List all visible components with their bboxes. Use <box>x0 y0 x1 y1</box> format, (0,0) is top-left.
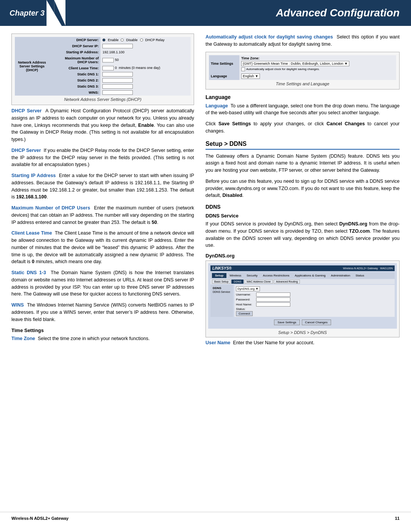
right-column: Automatically adjust clock for daylight … <box>206 34 400 350</box>
auto-adjust-row: Automatically adjust clock for daylight … <box>241 67 394 71</box>
tzo-bold: TZO.com <box>349 228 370 234</box>
time-zone-para: Time Zone Select the time zone in which … <box>11 335 194 342</box>
ddns-image-box: LINKSYS® Wireless-N ADSL2+ Gateway WAG12… <box>206 260 400 337</box>
ddns-bottom-buttons: Save Settings Cancel Changes <box>210 318 395 326</box>
static-dns-term: Static DNS 1-3 <box>11 270 46 275</box>
username-row: Username: <box>236 292 393 297</box>
dhcp-image-box: Network AddressServer Settings (DHCP) DH… <box>11 34 194 105</box>
basic-setup-subtab[interactable]: Basic Setup <box>212 280 231 284</box>
static-dns2-input[interactable] <box>102 78 133 83</box>
hostname-field-label: Host Name: <box>236 303 255 306</box>
ddns-intro-para: The Gateway offers a Dynamic Domain Name… <box>206 153 400 174</box>
cancel-changes-bold: Cancel Changes <box>327 121 365 126</box>
language-select[interactable]: English ▼ <box>241 73 260 79</box>
status-field-label: Status: <box>236 307 255 311</box>
static-dns3-input[interactable] <box>102 84 133 89</box>
ddns-sidebar: DDNS DDNS Service: <box>210 285 233 317</box>
ddns-nav-bar: Setup Wireless Security Access Restricti… <box>210 272 395 279</box>
wins-input[interactable] <box>102 90 133 95</box>
dhcp-server-para2: DHCP Server If you enable the DHCP Relay… <box>11 147 194 168</box>
max-dhcp-term: Maximum Number of DHCP Users <box>11 205 90 211</box>
dhcp-server-term1: DHCP Server <box>11 108 41 113</box>
title-text: Advanced Configuration <box>276 7 400 19</box>
static-dns1-input[interactable] <box>102 72 133 77</box>
time-settings-heading: Time Settings <box>11 328 194 333</box>
save-cancel-para: Click Save Settings to apply your change… <box>206 120 400 135</box>
time-settings-image-box: Time Settings Time Zone: (GMT) Greenwich… <box>206 52 400 89</box>
ddns-header-bar: LINKSYS® Wireless-N ADSL2+ Gateway WAG12… <box>210 265 395 271</box>
dhcp-server-para1: DHCP Server A Dynamic Host Configuration… <box>11 107 194 143</box>
language-term: Language <box>206 103 228 109</box>
hostname-row: Host Name: <box>236 302 393 307</box>
ddns-subtab-active[interactable]: DDNS <box>231 280 244 284</box>
ddns-subtabs: Basic Setup DDNS MAC Address Clone Advan… <box>210 279 395 284</box>
admin-tab[interactable]: Administration <box>329 273 353 278</box>
dyndns-bold: DynDNS.org <box>339 221 367 227</box>
ddns-signup-para: Before you can use this feature, you nee… <box>206 178 400 199</box>
ddns-form-area: DynDNS.org ▼ Username: Password: Host Na… <box>234 285 395 317</box>
auto-adjust-para: Automatically adjust clock for daylight … <box>206 34 400 48</box>
save-settings-button[interactable]: Save Settings <box>274 320 299 325</box>
password-field[interactable] <box>256 297 290 302</box>
password-field-label: Password: <box>236 298 255 301</box>
lease-time-para: Client Lease Time The Client Lease Time … <box>11 230 194 265</box>
save-settings-bold: Save Settings <box>218 121 251 126</box>
access-tab[interactable]: Access Restrictions <box>261 273 292 278</box>
max-dhcp-para: Maximum Number of DHCP Users Enter the m… <box>11 204 194 226</box>
time-settings-table: Time Settings Time Zone: (GMT) Greenwich… <box>209 55 396 80</box>
ddns-italic: DDNS <box>242 236 255 241</box>
advanced-routing-subtab[interactable]: Advanced Routing <box>274 280 300 284</box>
auto-adjust-term: Automatically adjust clock for daylight … <box>206 34 333 40</box>
disable-radio[interactable] <box>121 38 124 42</box>
page-header: Chapter 3 Advanced Configuration <box>0 0 411 26</box>
connect-button[interactable]: Connect <box>236 311 253 316</box>
status-tab[interactable]: Status <box>353 273 366 278</box>
dhcp-image-caption: Network Address Server Settings (DHCP) <box>15 97 191 102</box>
username-term: User Name <box>206 340 230 345</box>
lease-time-input[interactable] <box>102 66 114 70</box>
username-field[interactable] <box>256 292 290 297</box>
max-dhcp-users-input[interactable] <box>102 58 114 62</box>
dhcp-relay-radio[interactable] <box>140 38 143 42</box>
ddns-content-area: DDNS DDNS Service: DynDNS.org ▼ Username… <box>210 285 395 317</box>
password-row: Password: <box>236 297 393 302</box>
setup-tab-active[interactable]: Setup <box>212 273 226 278</box>
security-tab[interactable]: Security <box>244 273 260 278</box>
static-dns-para: Static DNS 1-3 The Domain Name System (D… <box>11 269 194 298</box>
username-field-label: Username: <box>236 293 255 296</box>
lease-time-term: Client Lease Time <box>11 230 52 236</box>
starting-ip-para: Starting IP Address Enter a value for th… <box>11 172 194 201</box>
left-column: Network AddressServer Settings (DHCP) DH… <box>11 34 194 350</box>
ddns-service-row: DynDNS.org ▼ <box>236 286 393 291</box>
time-zone-select[interactable]: (GMT) Greenwich Mean Time : Dublin, Edin… <box>241 61 349 66</box>
ddns-screen: LINKSYS® Wireless-N ADSL2+ Gateway WAG12… <box>208 263 397 329</box>
disabled-bold: Disabled <box>222 193 242 198</box>
footer-left: Wireless-N ADSL2+ Gateway <box>11 516 68 521</box>
ddns-heading: Setup > DDNS <box>206 141 400 150</box>
cancel-changes-button[interactable]: Cancel Changes <box>302 320 331 325</box>
model-label: Wireless-N ADSL2+ Gateway WAG120N <box>343 267 393 270</box>
page-content: Network AddressServer Settings (DHCP) DH… <box>0 26 411 358</box>
time-zone-term: Time Zone <box>11 336 35 341</box>
ddns-service-select[interactable]: DynDNS.org ▼ <box>236 286 260 291</box>
ddns-service-subheading: DDNS Service <box>206 213 400 219</box>
wins-term: WINS <box>11 302 24 308</box>
apps-tab[interactable]: Applications & Gaming <box>293 273 328 278</box>
dhcp-server-term2: DHCP Server <box>11 148 41 153</box>
page-title: Advanced Configuration <box>65 0 411 26</box>
dhcp-server-ip-input[interactable] <box>102 44 133 48</box>
hostname-field[interactable] <box>256 302 290 307</box>
language-heading: Language <box>206 94 400 100</box>
page-footer: Wireless-N ADSL2+ Gateway 11 <box>0 512 411 524</box>
starting-ip-value: 192.168.1.100 <box>100 49 191 55</box>
mac-clone-subtab[interactable]: MAC Address Clone <box>244 280 273 284</box>
status-row: Status: <box>236 307 393 311</box>
ddns-service-sidebar-label: DDNS Service: <box>213 291 231 293</box>
auto-adjust-checkbox[interactable] <box>241 67 245 71</box>
footer-right: 11 <box>395 516 400 521</box>
ddns-label: DDNS <box>213 286 231 290</box>
ddns-service-para: If your DDNS service is provided by DynD… <box>206 220 400 249</box>
linksys-logo: LINKSYS® <box>212 266 232 270</box>
enable-radio[interactable] <box>102 38 105 42</box>
wireless-tab[interactable]: Wireless <box>227 273 244 278</box>
